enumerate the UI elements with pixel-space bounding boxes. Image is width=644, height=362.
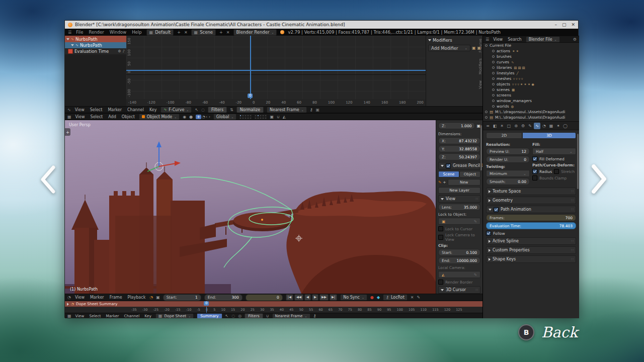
scale-z-slider[interactable]: Z: 1.000 bbox=[438, 122, 475, 129]
menu-item[interactable]: Window bbox=[109, 30, 128, 35]
copy-keys-icon[interactable]: ⚷ bbox=[313, 314, 316, 318]
new-layer-button[interactable]: New Layer bbox=[438, 187, 480, 194]
channel-group-row[interactable]: ∿ NurbsPath bbox=[65, 36, 126, 42]
expand-triangle-icon[interactable] bbox=[71, 44, 74, 46]
current-frame-badge[interactable]: 0 bbox=[204, 301, 209, 306]
menu-item[interactable]: Object bbox=[121, 115, 136, 119]
autosnap-select[interactable]: Nearest Frame ⌄ bbox=[267, 107, 307, 113]
normalize-icon[interactable]: ⇅ bbox=[230, 108, 233, 112]
gamepad-b-button-icon[interactable]: B bbox=[518, 324, 534, 340]
dimension-slider[interactable]: X: 87.43232 bbox=[438, 137, 480, 144]
grease-pencil-panel-header[interactable]: Grease Pencil Laye bbox=[438, 162, 480, 169]
menu-item[interactable]: Help bbox=[131, 30, 142, 35]
menu-item[interactable]: View bbox=[74, 295, 86, 300]
gp-new-button[interactable]: New bbox=[448, 179, 480, 186]
prev-page-chevron[interactable] bbox=[38, 165, 57, 194]
datablock-category-label[interactable]: objects bbox=[497, 82, 510, 86]
clip-end-slider[interactable]: End: 10000.000 bbox=[438, 257, 480, 264]
playback-button[interactable]: ▶| bbox=[330, 294, 337, 301]
library-path-label[interactable]: M:\..\dragonsoul..\Assets\DragonAudi bbox=[495, 115, 565, 120]
frames-slider[interactable]: Frames: 700 bbox=[486, 214, 576, 221]
scene-delete-icon[interactable]: ✕ bbox=[226, 30, 230, 35]
insert-key-icon[interactable]: ✎ bbox=[417, 295, 421, 300]
datablock-category-label[interactable]: libraries bbox=[497, 65, 512, 70]
properties-tab-icon[interactable]: ✶ bbox=[555, 123, 561, 129]
evaluation-time-slider[interactable]: Evaluation Time: 78.403 bbox=[486, 222, 576, 229]
outliner-root-label[interactable]: Current File bbox=[490, 43, 511, 48]
graph-canvas[interactable]: 0 150100500-50-100 bbox=[126, 36, 426, 99]
channel-name[interactable]: NurbsPath bbox=[80, 43, 102, 48]
maximize-button[interactable]: ▢ bbox=[562, 22, 567, 27]
menu-item[interactable]: Channel bbox=[123, 314, 140, 318]
editor-type-icon[interactable]: ☰ bbox=[486, 37, 489, 42]
graph-x-ruler[interactable]: -140-120-100-80-60-40-200204060801001201… bbox=[126, 99, 426, 106]
properties-tab-icon[interactable]: ≡ bbox=[485, 123, 491, 129]
properties-tab-icon[interactable]: ◯ bbox=[562, 123, 569, 129]
lock-object-picker[interactable]: ▣ ✎ bbox=[438, 218, 480, 225]
lock-icon[interactable]: ▣ bbox=[270, 115, 274, 119]
stretch-checkbox[interactable] bbox=[554, 169, 559, 174]
expand-triangle-icon[interactable] bbox=[428, 39, 431, 41]
datablock-category-label[interactable]: scenes bbox=[497, 87, 510, 92]
record-icon[interactable]: ● bbox=[370, 295, 374, 300]
properties-tab-icon[interactable]: ◔ bbox=[541, 123, 547, 129]
props-tab-label[interactable]: View bbox=[478, 80, 482, 89]
playback-button[interactable]: ◀ bbox=[304, 294, 311, 301]
keying-set-select[interactable]: ⚷ LocRot bbox=[383, 294, 408, 301]
datablock-category-label[interactable]: screens bbox=[497, 93, 511, 98]
panel-section-header[interactable]: Texture Space ∷ bbox=[486, 188, 576, 195]
viewport-3d[interactable]: User Persp + (1) NurbsPath bbox=[65, 120, 436, 294]
lens-slider[interactable]: Lens: 35.000 bbox=[438, 204, 480, 211]
eyedropper-icon[interactable]: ✎ bbox=[474, 273, 477, 277]
panel-grip-icon[interactable]: ∷ bbox=[476, 288, 478, 292]
properties-tab-icon[interactable]: ▦ bbox=[548, 123, 554, 129]
render-ogl-icon[interactable]: ◭ bbox=[283, 115, 286, 119]
outliner-item-row[interactable]: worlds ◍ bbox=[483, 104, 579, 109]
cursor-tool-icon[interactable]: ↖ bbox=[225, 314, 229, 318]
properties-tab-icon[interactable]: ✎ bbox=[527, 123, 533, 129]
grease-pencil-checkbox[interactable] bbox=[446, 163, 451, 168]
datablock-category-label[interactable]: meshes bbox=[497, 76, 511, 81]
pin-icon[interactable]: ▣ bbox=[316, 108, 320, 112]
outliner-item-row[interactable]: meshes ▿▿▿▿ bbox=[483, 76, 579, 81]
panel-section-header[interactable]: Shape Keys ∷ bbox=[486, 255, 576, 263]
fcurve-props-tabs[interactable]: F-CurveModifiersView bbox=[478, 39, 482, 99]
eyedropper-icon[interactable]: ✎ bbox=[474, 219, 477, 224]
expand-triangle-icon[interactable] bbox=[66, 38, 69, 40]
playback-button[interactable]: ▶ bbox=[312, 294, 318, 301]
channel-enable-checkbox[interactable] bbox=[68, 49, 73, 54]
playback-button[interactable]: ▶▶ bbox=[319, 294, 329, 301]
filters-button[interactable]: Filters bbox=[245, 313, 263, 319]
menu-item[interactable]: File bbox=[75, 30, 84, 35]
datablock-category-label[interactable]: curves bbox=[497, 60, 509, 64]
orientation-select[interactable]: Global ⌄ bbox=[213, 114, 237, 120]
curve-3d-button[interactable]: 3D bbox=[522, 132, 576, 139]
pivot-point-icon[interactable]: ● bbox=[189, 115, 193, 119]
normalize-button[interactable]: Normalize bbox=[236, 107, 264, 113]
menu-item[interactable]: Key bbox=[143, 314, 152, 318]
next-page-chevron[interactable] bbox=[589, 164, 609, 194]
menu-item[interactable]: View bbox=[492, 37, 504, 42]
view-panel-header[interactable]: View ∷ bbox=[438, 195, 480, 203]
curve-2d-button[interactable]: 2D bbox=[486, 132, 522, 139]
cursor-tool-icon[interactable]: ↖ bbox=[195, 108, 198, 112]
clip-start-slider[interactable]: Start: 0.100 bbox=[438, 249, 480, 256]
mode-select[interactable]: Object Mode ⌄ bbox=[139, 114, 180, 120]
dimension-slider[interactable]: Z: 50.24397 bbox=[438, 153, 480, 160]
outliner-item-row[interactable]: window_managers bbox=[483, 98, 579, 104]
channel-fcurve-row[interactable]: Evaluation Time ⚙ ♪ bbox=[65, 48, 126, 54]
menu-item[interactable]: Channel bbox=[126, 108, 145, 112]
outliner-item-row[interactable]: screens bbox=[483, 93, 579, 98]
bounds-clamp-checkbox[interactable] bbox=[532, 175, 537, 180]
manipulator-translate-icon[interactable]: + bbox=[196, 115, 201, 119]
path-animation-header[interactable]: Path Animation ∷ bbox=[486, 206, 576, 213]
add-modifier-select[interactable]: Add Modifier ⌄ bbox=[428, 45, 470, 51]
menu-item[interactable]: Select bbox=[90, 115, 104, 119]
preview-u-slider[interactable]: Preview U: 12 bbox=[486, 148, 530, 155]
gp-add-icon[interactable]: + bbox=[443, 180, 446, 185]
menu-item[interactable]: Marker bbox=[107, 108, 123, 112]
outliner-root-row[interactable]: Current File bbox=[483, 43, 579, 48]
manipulator-rotate-icon[interactable]: ◔ bbox=[202, 115, 205, 119]
layers-grid-2[interactable] bbox=[255, 115, 267, 119]
panel-grip-icon[interactable]: ∷ bbox=[476, 197, 478, 201]
